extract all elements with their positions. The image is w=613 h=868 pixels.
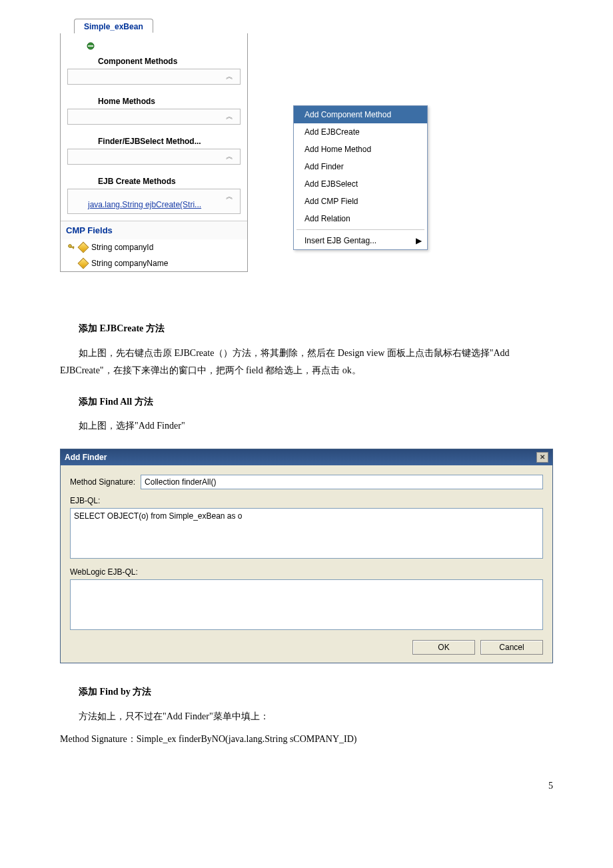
menu-add-component-method[interactable]: Add Component Method: [294, 106, 427, 123]
bean-icon: [86, 41, 95, 51]
menu-separator: [297, 229, 424, 230]
create-methods-title: EJB Create Methods: [67, 173, 241, 189]
ejbql-label: EJB-QL:: [70, 496, 543, 505]
cmp-field-row[interactable]: String companyName: [61, 255, 247, 271]
paragraph: 如上图，选择"Add Finder": [60, 417, 553, 435]
create-methods-box[interactable]: ︽ java.lang.String ejbCreate(Stri...: [67, 189, 241, 214]
key-icon-empty: [67, 259, 75, 267]
ok-button[interactable]: OK: [412, 640, 475, 655]
key-icon: [67, 243, 75, 251]
submenu-arrow-icon: ▶: [416, 236, 422, 245]
svg-rect-1: [88, 45, 93, 47]
heading-add-ejbcreate: 添加 EJBCreate 方法: [60, 320, 553, 338]
svg-rect-4: [73, 247, 74, 249]
cmp-field-row[interactable]: String companyId: [61, 239, 247, 255]
menu-insert-ejb-gentag[interactable]: Insert EJB Gentag... ▶: [294, 232, 427, 249]
method-signature-input[interactable]: [141, 475, 543, 489]
close-icon[interactable]: ✕: [536, 452, 548, 463]
chevron-up-icon: ︽: [226, 151, 233, 161]
diamond-icon: [78, 242, 89, 253]
article-body: 添加 Find by 方法 方法如上，只不过在"Add Finder"菜单中填上…: [60, 683, 553, 749]
heading-add-findall: 添加 Find All 方法: [60, 393, 553, 411]
page-number: 5: [60, 754, 553, 798]
design-view-panel: Simple_exBean Component Methods ︽ Home M…: [60, 33, 248, 272]
chevron-up-icon: ︽: [226, 71, 233, 81]
home-methods-box[interactable]: ︽: [67, 109, 241, 125]
bean-tab-label: Simple_exBean: [84, 22, 143, 31]
menu-add-finder[interactable]: Add Finder: [294, 158, 427, 175]
heading-add-findby: 添加 Find by 方法: [60, 683, 553, 701]
home-methods-title: Home Methods: [67, 93, 241, 109]
chevron-up-icon: ︽: [226, 111, 233, 121]
menu-add-home-method[interactable]: Add Home Method: [294, 141, 427, 158]
dialog-title-label: Add Finder: [65, 453, 107, 462]
diamond-icon: [78, 258, 89, 269]
cmp-field-label: String companyName: [91, 259, 168, 268]
menu-add-ejbselect[interactable]: Add EJBSelect: [294, 175, 427, 193]
design-view-figure: Simple_exBean Component Methods ︽ Home M…: [60, 33, 553, 300]
chevron-up-icon: ︽: [226, 191, 233, 201]
ejbql-textarea[interactable]: [70, 508, 543, 559]
component-methods-box[interactable]: ︽: [67, 69, 241, 85]
menu-add-cmp-field[interactable]: Add CMP Field: [294, 193, 427, 210]
cancel-button[interactable]: Cancel: [480, 640, 543, 655]
menu-add-relation[interactable]: Add Relation: [294, 210, 427, 227]
dialog-titlebar: Add Finder ✕: [61, 449, 552, 465]
weblogic-ejbql-label: WebLogic EJB-QL:: [70, 567, 543, 577]
finder-methods-box[interactable]: ︽: [67, 149, 241, 165]
menu-add-ejbcreate[interactable]: Add EJBCreate: [294, 123, 427, 141]
component-methods-title: Component Methods: [67, 53, 241, 69]
article-body: 添加 EJBCreate 方法 如上图，先右键点击原 EJBCreate（）方法…: [60, 320, 553, 435]
paragraph: 方法如上，只不过在"Add Finder"菜单中填上：: [60, 708, 553, 726]
paragraph: Method Signature：Simple_ex finderByNO(ja…: [60, 731, 553, 749]
add-finder-dialog: Add Finder ✕ Method Signature: EJB-QL: W…: [60, 449, 553, 663]
cmp-fields-header: CMP Fields: [61, 221, 247, 239]
context-menu: Add Component Method Add EJBCreate Add H…: [293, 105, 428, 250]
ejbcreate-link[interactable]: java.lang.String ejbCreate(Stri...: [68, 189, 240, 213]
paragraph: 如上图，先右键点击原 EJBCreate（）方法，将其删除，然后在 Design…: [60, 345, 553, 380]
finder-methods-title: Finder/EJBSelect Method...: [67, 133, 241, 149]
cmp-field-label: String companyId: [91, 243, 153, 252]
menu-insert-ejb-gentag-label: Insert EJB Gentag...: [305, 236, 376, 245]
weblogic-ejbql-textarea[interactable]: [70, 579, 543, 630]
method-signature-label: Method Signature:: [70, 477, 135, 487]
